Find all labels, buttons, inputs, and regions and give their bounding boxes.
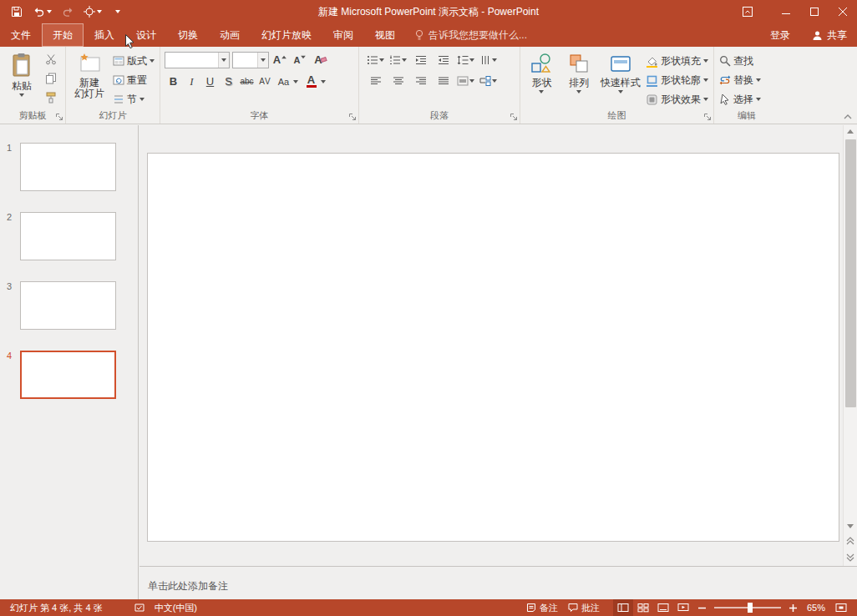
- tab-insert[interactable]: 插入: [84, 23, 125, 47]
- align-left-button[interactable]: [365, 73, 386, 89]
- shape-fill-button[interactable]: 形状填充: [643, 52, 711, 70]
- clear-formatting-button[interactable]: A: [312, 51, 329, 68]
- numbering-button[interactable]: [388, 52, 408, 68]
- line-spacing-button[interactable]: [455, 52, 476, 68]
- select-button[interactable]: 选择: [717, 90, 777, 109]
- paragraph-dialog-launcher[interactable]: [510, 113, 518, 121]
- italic-button[interactable]: I: [183, 73, 200, 90]
- slideshow-view-button[interactable]: [673, 599, 693, 616]
- scrollbar-track[interactable]: [844, 138, 857, 520]
- share-button[interactable]: 共享: [802, 23, 857, 47]
- copy-button[interactable]: [41, 69, 61, 88]
- font-dialog-launcher[interactable]: [348, 113, 357, 121]
- decrease-font-size-button[interactable]: A: [292, 51, 309, 68]
- text-shadow-button[interactable]: S: [220, 73, 237, 90]
- arrange-button[interactable]: 排列: [560, 50, 598, 109]
- character-spacing-button[interactable]: AV: [256, 73, 274, 90]
- slide-canvas[interactable]: [147, 153, 839, 542]
- layout-button[interactable]: 版式: [110, 52, 157, 70]
- ribbon-display-options-button[interactable]: [735, 0, 760, 23]
- reset-button[interactable]: 重置: [110, 71, 157, 89]
- convert-to-smartart-button[interactable]: [478, 73, 499, 89]
- next-slide-button[interactable]: [844, 549, 857, 566]
- align-center-button[interactable]: [388, 73, 408, 89]
- align-text-button[interactable]: [455, 73, 476, 89]
- font-size-combo[interactable]: [232, 52, 269, 68]
- tab-slideshow[interactable]: 幻灯片放映: [251, 23, 322, 47]
- bullets-button[interactable]: [365, 52, 386, 68]
- tab-file[interactable]: 文件: [0, 23, 42, 47]
- replace-button[interactable]: 替换: [717, 71, 777, 89]
- tab-animations[interactable]: 动画: [209, 23, 251, 47]
- find-button[interactable]: 查找: [717, 52, 777, 70]
- comments-toggle-button[interactable]: 批注: [563, 599, 605, 616]
- font-color-button[interactable]: A: [302, 73, 320, 90]
- tab-design[interactable]: 设计: [125, 23, 167, 47]
- justify-button[interactable]: [433, 73, 454, 89]
- zoom-slider[interactable]: [714, 607, 781, 608]
- save-button[interactable]: [7, 3, 27, 21]
- language-indicator[interactable]: 中文(中国): [150, 599, 202, 616]
- section-button[interactable]: 节: [110, 90, 157, 109]
- normal-view-button[interactable]: [613, 599, 633, 616]
- notes-pane[interactable]: 单击此处添加备注: [139, 566, 857, 599]
- font-size-input[interactable]: [233, 53, 257, 68]
- font-size-dropdown[interactable]: [257, 53, 268, 68]
- slide-thumbnail-image[interactable]: [20, 351, 116, 399]
- slide-thumbnail-image[interactable]: [20, 143, 116, 191]
- slide-thumbnail-4-selected[interactable]: 4: [7, 351, 138, 399]
- minimize-button[interactable]: [772, 0, 800, 23]
- collapse-ribbon-button[interactable]: [843, 114, 853, 120]
- zoom-in-button[interactable]: [784, 599, 802, 616]
- zoom-out-button[interactable]: [693, 599, 711, 616]
- text-direction-button[interactable]: [478, 52, 499, 68]
- quick-styles-button[interactable]: 快速样式: [598, 50, 643, 109]
- undo-button[interactable]: [30, 3, 54, 21]
- tab-review[interactable]: 审阅: [322, 23, 364, 47]
- slide-sorter-view-button[interactable]: [633, 599, 653, 616]
- spell-check-button[interactable]: [129, 599, 150, 616]
- zoom-level[interactable]: 65%: [802, 599, 830, 616]
- underline-button[interactable]: U: [201, 73, 219, 90]
- decrease-indent-button[interactable]: [410, 52, 431, 68]
- align-right-button[interactable]: [410, 73, 431, 89]
- tab-transitions[interactable]: 切换: [167, 23, 209, 47]
- fit-slide-to-window-button[interactable]: [830, 599, 852, 616]
- shape-outline-button[interactable]: 形状轮廓: [643, 71, 711, 89]
- maximize-button[interactable]: [800, 0, 829, 23]
- paste-button[interactable]: 粘贴: [3, 50, 41, 109]
- strikethrough-button[interactable]: abc: [238, 73, 256, 90]
- customize-quick-access-button[interactable]: [108, 3, 128, 21]
- vertical-scrollbar[interactable]: [843, 125, 857, 566]
- increase-font-size-button[interactable]: A: [271, 51, 289, 68]
- format-painter-button[interactable]: [41, 88, 61, 107]
- font-name-input[interactable]: [165, 53, 218, 68]
- reading-view-button[interactable]: [653, 599, 673, 616]
- slide-thumbnail-3[interactable]: 3: [7, 281, 138, 330]
- scrollbar-thumb[interactable]: [845, 139, 856, 407]
- new-slide-button[interactable]: 新建 幻灯片: [68, 50, 110, 109]
- drawing-dialog-launcher[interactable]: [703, 113, 712, 121]
- slide-thumbnail-image[interactable]: [20, 281, 116, 330]
- slide-indicator[interactable]: 幻灯片 第 4 张, 共 4 张: [5, 599, 108, 616]
- font-name-combo[interactable]: [165, 52, 230, 68]
- notes-toggle-button[interactable]: 备注: [521, 599, 563, 616]
- increase-indent-button[interactable]: [433, 52, 454, 68]
- tell-me-box[interactable]: 告诉我您想要做什么...: [406, 23, 535, 47]
- clipboard-dialog-launcher[interactable]: [55, 113, 63, 121]
- redo-button[interactable]: [58, 3, 78, 21]
- font-name-dropdown[interactable]: [218, 53, 229, 68]
- cut-button[interactable]: [41, 50, 61, 68]
- previous-slide-button[interactable]: [844, 533, 857, 549]
- bold-button[interactable]: B: [165, 73, 182, 90]
- touch-mouse-mode-button[interactable]: [81, 3, 104, 21]
- tab-view[interactable]: 视图: [364, 23, 406, 47]
- tab-home[interactable]: 开始: [42, 23, 84, 47]
- slide-thumbnail-image[interactable]: [20, 212, 116, 260]
- slide-thumbnail-2[interactable]: 2: [7, 212, 138, 260]
- close-button[interactable]: [829, 0, 857, 23]
- zoom-slider-thumb[interactable]: [748, 603, 753, 613]
- scroll-up-button[interactable]: [844, 125, 857, 138]
- shape-effects-button[interactable]: 形状效果: [643, 90, 711, 109]
- change-case-button[interactable]: Aa: [275, 73, 292, 90]
